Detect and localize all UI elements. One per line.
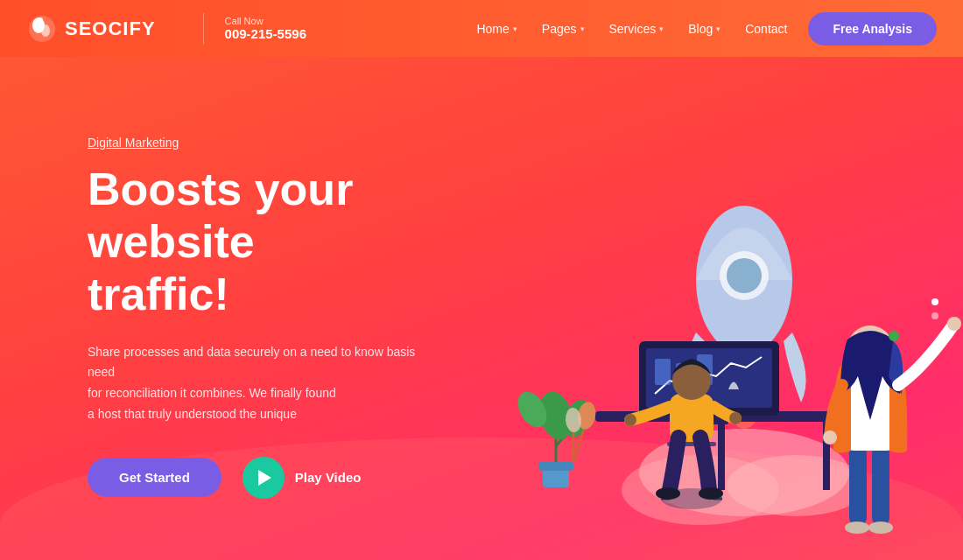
nav-links: Home ▾ Pages ▾ Services ▾ Blog ▾ Contact [476,22,787,36]
call-number: 009-215-5596 [225,26,306,41]
hero-actions: Get Started Play Video [88,457,455,499]
hero-title: Boosts your website traffic! [88,164,455,320]
svg-point-47 [845,522,869,534]
play-icon [258,470,271,486]
hero-description: Share processes and data securely on a n… [88,342,438,425]
nav-pages[interactable]: Pages ▾ [542,22,585,36]
hero-section: Digital Marketing Boosts your website tr… [0,57,963,560]
nav-contact[interactable]: Contact [745,22,787,36]
nav-blog[interactable]: Blog ▾ [688,22,720,36]
get-started-button[interactable]: Get Started [88,458,221,497]
svg-point-6 [727,455,867,516]
navbar: SEOCIFY Call Now 009-215-5596 Home ▾ Pag… [0,0,963,57]
svg-rect-11 [718,420,725,490]
slide-dot-1[interactable] [931,298,938,305]
free-analysis-button[interactable]: Free Analysis [808,12,937,46]
slide-dots [931,298,938,319]
svg-rect-45 [849,446,867,525]
logo-icon [26,13,58,45]
nav-divider [203,13,204,45]
call-label: Call Now [225,16,306,26]
hero-illustration [420,105,963,560]
logo[interactable]: SEOCIFY [26,13,156,45]
chevron-down-icon: ▾ [716,24,720,33]
nav-home[interactable]: Home ▾ [476,22,517,36]
svg-rect-34 [538,462,573,471]
play-video-label: Play Video [295,470,362,485]
logo-text: SEOCIFY [65,18,156,40]
svg-point-53 [889,331,899,341]
svg-rect-15 [655,359,671,385]
svg-point-2 [41,24,50,37]
svg-point-29 [624,414,636,426]
svg-point-48 [868,522,893,534]
svg-rect-33 [543,468,569,487]
call-info: Call Now 009-215-5596 [225,16,306,41]
svg-point-30 [729,412,742,424]
hero-content: Digital Marketing Boosts your website tr… [0,118,455,499]
svg-point-52 [823,430,837,444]
play-button[interactable] [243,457,285,499]
play-video-area[interactable]: Play Video [243,457,362,499]
slide-dot-2[interactable] [931,312,938,319]
svg-point-9 [727,258,762,293]
chevron-down-icon: ▾ [580,24,585,33]
nav-services[interactable]: Services ▾ [609,22,664,36]
svg-point-31 [656,487,680,500]
svg-rect-46 [872,446,889,525]
hero-tag: Digital Marketing [88,136,455,150]
chevron-down-icon: ▾ [513,24,517,33]
chevron-down-icon: ▾ [659,24,664,33]
svg-point-51 [947,317,961,331]
svg-point-32 [699,487,723,500]
svg-point-3 [38,18,43,23]
